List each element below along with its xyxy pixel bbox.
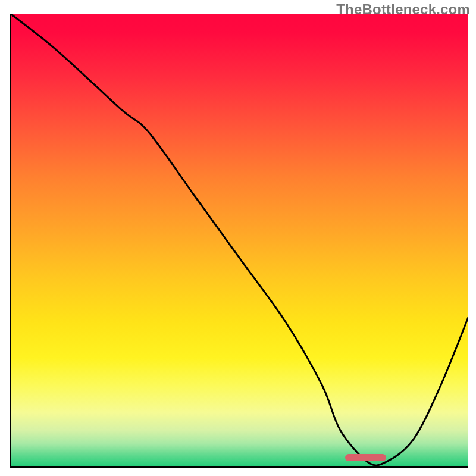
- plot-area: [10, 14, 468, 468]
- bottleneck-curve: [11, 14, 468, 466]
- curve-path: [11, 14, 468, 465]
- optimal-range-marker: [345, 454, 386, 461]
- chart-stage: TheBottleneck.com: [0, 0, 476, 476]
